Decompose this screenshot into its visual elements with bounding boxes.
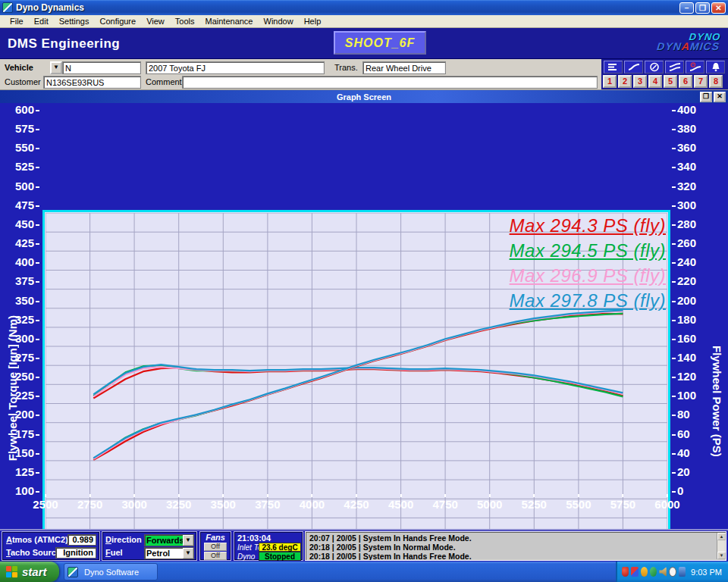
tacho-source-label: Tacho Source xyxy=(6,548,61,557)
preset-button-7[interactable]: 7 xyxy=(694,75,708,88)
restore-button[interactable]: ❐ xyxy=(695,2,710,14)
dyno-software-icon xyxy=(67,567,78,577)
vehicle-field-bar: Vehicle ▼ Trans. Customer Comment xyxy=(0,59,728,89)
preset-button-6[interactable]: 6 xyxy=(679,75,692,88)
fans-section: Fans Off Off xyxy=(199,531,231,561)
volume-icon[interactable] xyxy=(659,567,666,577)
atmos-section: Atmos (ATMC2) 0.989 Tacho Source Ignitio… xyxy=(2,531,100,561)
customer-input[interactable] xyxy=(43,76,141,89)
power-tick-320: 320 xyxy=(672,180,696,192)
preset-button-4[interactable]: 4 xyxy=(648,75,662,88)
trans-label: Trans. xyxy=(334,63,358,72)
timer-curve-icon[interactable] xyxy=(686,61,704,74)
preset-button-1[interactable]: 1 xyxy=(603,75,617,88)
inlet-temp-value: 23.6 degC xyxy=(259,543,301,552)
rpm-tick-2750: 2750 xyxy=(66,494,115,511)
menu-settings[interactable]: Settings xyxy=(54,16,95,27)
power-tick-80: 80 xyxy=(672,408,690,421)
menu-maintenance[interactable]: Maintenance xyxy=(200,16,259,27)
graph-window-title: Graph Screen xyxy=(337,92,391,102)
preset-button-8[interactable]: 8 xyxy=(709,75,723,88)
vehicle-code-input[interactable] xyxy=(62,61,141,74)
torque-tick-600: 600 xyxy=(5,103,39,116)
list-icon[interactable] xyxy=(604,61,623,74)
update-icon[interactable] xyxy=(641,567,648,577)
legend-max-3: Max 296.9 PS (fly) xyxy=(510,264,666,289)
legend-max-4: Max 297.8 PS (fly) xyxy=(510,289,666,314)
menu-edit[interactable]: Edit xyxy=(29,16,54,27)
minimize-button[interactable]: – xyxy=(679,2,694,14)
scroll-down-icon[interactable]: ▼ xyxy=(717,552,726,559)
preset-button-2[interactable]: 2 xyxy=(618,75,632,88)
fan2-off-button[interactable]: Off xyxy=(204,552,227,560)
menu-view[interactable]: View xyxy=(141,16,170,27)
start-button[interactable]: start xyxy=(0,562,59,582)
menu-window[interactable]: Window xyxy=(259,16,299,27)
log-line-2: 20:18 | 20/05 | System In Normal Mode. xyxy=(306,543,726,552)
network-icon[interactable] xyxy=(679,567,686,577)
power-tick-120: 120 xyxy=(672,370,696,383)
power-tick-180: 180 xyxy=(672,313,696,326)
taskbar-dyno-software-button[interactable]: Dyno Software xyxy=(64,563,158,580)
log-scrollbar[interactable]: ▲ ▼ xyxy=(717,533,725,559)
taskbar: start Dyno Software 9:03 PM xyxy=(0,562,728,582)
torque-tick-550: 550 xyxy=(5,141,39,154)
graph-restore-button[interactable]: ❐ xyxy=(700,92,712,102)
direction-select[interactable]: Forwards▼ xyxy=(144,534,194,546)
close-button[interactable]: ✕ xyxy=(711,2,726,14)
run3-power-PS xyxy=(93,311,623,459)
direction-fuel-section: Direction Forwards▼ Fuel Petrol▼ xyxy=(102,531,197,561)
menu-configure[interactable]: Configure xyxy=(94,16,141,27)
preset-buttons: 12345678 xyxy=(603,75,723,88)
rpm-tick-5500: 5500 xyxy=(554,494,603,511)
atmos-label: Atmos (ATMC2) xyxy=(6,535,68,544)
status-time: 21:03:04 xyxy=(237,534,271,543)
curves-icon[interactable] xyxy=(665,61,684,74)
menu-file[interactable]: File xyxy=(5,16,29,27)
graph-area: 6005755505255004754504254003753503253002… xyxy=(0,103,728,529)
rpm-tick-4750: 4750 xyxy=(421,494,469,511)
power-tick-140: 140 xyxy=(672,351,696,364)
graph-close-button[interactable]: ✕ xyxy=(714,92,726,102)
vehicle-dropdown-button[interactable]: ▼ xyxy=(50,61,62,74)
power-tick-20: 20 xyxy=(672,465,690,478)
dyno-dynamics-app: Dyno Dynamics – ❐ ✕ FileEditSettingsConf… xyxy=(0,0,728,582)
run2-power-PS xyxy=(93,314,623,459)
clock-tray-icon[interactable] xyxy=(669,567,676,577)
menu-help[interactable]: Help xyxy=(299,16,327,27)
torque-tick-375: 375 xyxy=(5,274,39,287)
messenger-icon[interactable] xyxy=(631,567,638,577)
rpm-tick-4250: 4250 xyxy=(332,494,381,511)
rpm-tick-3250: 3250 xyxy=(155,494,203,511)
dyno-state-label: Dyno xyxy=(237,552,255,561)
power-axis-title: Flywheel Power (PS) xyxy=(711,346,723,457)
direction-arrow-icon[interactable]: ▼ xyxy=(183,535,193,546)
gauge-icon[interactable] xyxy=(645,61,664,74)
window-titlebar: Dyno Dynamics – ❐ ✕ xyxy=(0,0,728,15)
graph-window-titlebar[interactable]: Graph Screen ❐ ✕ xyxy=(0,89,728,103)
preset-button-5[interactable]: 5 xyxy=(664,75,677,88)
power-tick-280: 280 xyxy=(672,217,696,230)
curve-icon[interactable] xyxy=(624,61,643,74)
rpm-tick-5750: 5750 xyxy=(598,494,647,511)
theme-icon[interactable] xyxy=(650,567,657,577)
company-name: DMS Engineering xyxy=(8,36,120,52)
rpm-tick-6000: 6000 xyxy=(643,494,692,511)
menu-tools[interactable]: Tools xyxy=(170,16,200,27)
trans-input[interactable] xyxy=(362,61,446,74)
comment-input[interactable] xyxy=(182,76,598,89)
fuel-select[interactable]: Petrol▼ xyxy=(144,547,194,559)
status-panel: Atmos (ATMC2) 0.989 Tacho Source Ignitio… xyxy=(0,529,728,562)
vehicle-label: Vehicle xyxy=(5,63,33,72)
toolbar-panel: 12345678 xyxy=(601,59,728,89)
run1-power-PS xyxy=(93,314,623,460)
scroll-up-icon[interactable]: ▲ xyxy=(717,533,726,540)
fan1-off-button[interactable]: Off xyxy=(204,543,227,551)
security-shield-icon[interactable] xyxy=(622,567,629,577)
vehicle-desc-input[interactable] xyxy=(146,61,325,74)
windows-flag-icon xyxy=(6,566,18,578)
bell-icon[interactable] xyxy=(706,61,725,74)
shoot-run-button[interactable]: SHOOT_6F xyxy=(334,31,426,55)
fuel-arrow-icon[interactable]: ▼ xyxy=(183,548,193,559)
preset-button-3[interactable]: 3 xyxy=(633,75,647,88)
